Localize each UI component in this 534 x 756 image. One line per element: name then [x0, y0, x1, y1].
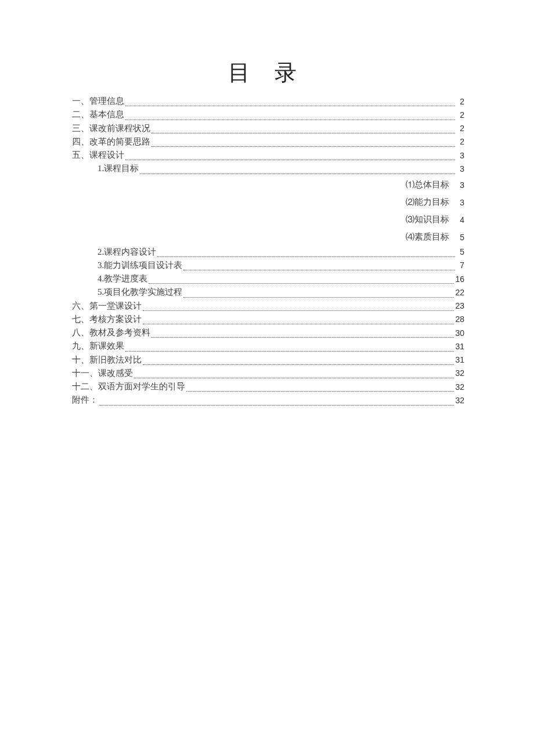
toc-page: 22	[455, 287, 464, 299]
toc-leader	[186, 391, 454, 392]
toc-label: ⑶知识目标	[406, 211, 449, 228]
toc-leader	[134, 378, 454, 378]
toc-entry: 五、课程设计3	[70, 149, 464, 162]
toc-entry: 十二、双语方面对学生的引导32	[70, 380, 464, 393]
toc-page: 30	[455, 327, 464, 340]
toc-entry: ⑶知识目标4	[70, 211, 464, 228]
toc-leader	[143, 324, 454, 324]
page-title: 目 录	[70, 58, 464, 88]
toc-leader	[151, 146, 455, 147]
toc-leader	[125, 351, 454, 352]
toc-page: 3	[456, 150, 464, 162]
toc-leader	[125, 160, 455, 160]
toc-entry: 二、基本信息2	[70, 108, 464, 121]
toc-entry: 十一、课改感受32	[70, 367, 464, 380]
toc-entry: 六、第一堂课设计23	[70, 299, 464, 313]
toc-page: 31	[455, 341, 464, 353]
toc-leader	[149, 283, 454, 284]
toc-page: 2	[456, 136, 464, 149]
toc-page: 28	[455, 313, 464, 326]
toc-page: 32	[455, 381, 464, 394]
toc-label: 2.课程内容设计	[98, 245, 156, 259]
toc-entry: 一、管理信息2	[70, 95, 464, 108]
toc-page: 31	[455, 354, 464, 367]
toc-page: 32	[455, 395, 464, 407]
toc-label: ⑵能力目标	[406, 193, 449, 211]
toc-page: 5	[457, 229, 464, 245]
toc-label: 1.课程目标	[98, 162, 139, 175]
toc-label: 四、改革的简要思路	[72, 135, 150, 149]
toc-entry: 四、改革的简要思路2	[70, 135, 464, 149]
toc-entry: 5.项目化教学实施过程22	[70, 285, 464, 299]
table-of-contents: 一、管理信息2二、基本信息2三、课改前课程状况2四、改革的简要思路2五、课程设计…	[70, 95, 464, 407]
toc-label: ⑷素质目标	[406, 228, 449, 245]
toc-label: 八、教材及参考资料	[72, 326, 150, 339]
toc-entry: 附件：32	[70, 393, 464, 407]
toc-entry: 七、考核方案设计28	[70, 313, 464, 326]
toc-leader	[183, 270, 455, 270]
toc-leader	[99, 405, 454, 406]
toc-label: 三、课改前课程状况	[72, 122, 150, 135]
toc-entry: ⑵能力目标3	[70, 193, 464, 211]
toc-label: 附件：	[72, 393, 98, 407]
toc-label: 六、第一堂课设计	[72, 299, 142, 313]
toc-entry: ⑴总体目标3	[70, 176, 464, 193]
toc-entry: 十、新旧教法对比31	[70, 353, 464, 367]
toc-leader	[125, 120, 455, 120]
toc-page: 3	[456, 163, 464, 176]
toc-page: 16	[455, 273, 464, 286]
toc-label: 一、管理信息	[72, 95, 124, 108]
toc-entry: 3.能力训练项目设计表7	[70, 259, 464, 272]
toc-page: 4	[457, 212, 464, 228]
toc-entry: ⑷素质目标5	[70, 228, 464, 245]
toc-leader	[151, 337, 454, 338]
toc-label: 十一、课改感受	[72, 367, 133, 380]
toc-label: 二、基本信息	[72, 108, 124, 121]
toc-leader	[140, 173, 455, 174]
toc-page: 2	[456, 109, 464, 122]
toc-page: 2	[456, 96, 464, 108]
toc-page: 7	[456, 259, 464, 272]
toc-entry: 4.教学进度表16	[70, 272, 464, 285]
toc-entry: 八、教材及参考资料30	[70, 326, 464, 339]
toc-label: 5.项目化教学实施过程	[98, 285, 182, 299]
toc-page: 5	[456, 246, 464, 259]
toc-page: 3	[457, 194, 464, 211]
toc-page: 32	[455, 367, 464, 380]
toc-leader	[183, 297, 454, 298]
toc-entry: 九、新课效果31	[70, 339, 464, 353]
toc-leader	[143, 310, 454, 311]
toc-label: ⑴总体目标	[406, 176, 449, 193]
toc-label: 七、考核方案设计	[72, 313, 142, 326]
toc-label: 3.能力训练项目设计表	[98, 259, 182, 272]
toc-entry: 三、课改前课程状况2	[70, 122, 464, 135]
toc-entry: 1.课程目标3	[70, 162, 464, 175]
toc-label: 九、新课效果	[72, 339, 124, 353]
toc-leader	[151, 133, 455, 133]
toc-label: 4.教学进度表	[98, 272, 147, 285]
toc-leader	[157, 256, 455, 257]
toc-page: 2	[456, 122, 464, 135]
toc-page: 3	[457, 177, 464, 193]
toc-label: 十、新旧教法对比	[72, 353, 142, 367]
toc-label: 十二、双语方面对学生的引导	[72, 380, 185, 393]
toc-entry: 2.课程内容设计5	[70, 245, 464, 259]
toc-leader	[125, 106, 455, 106]
toc-leader	[143, 364, 454, 365]
toc-page: 23	[455, 300, 464, 313]
toc-label: 五、课程设计	[72, 149, 124, 162]
